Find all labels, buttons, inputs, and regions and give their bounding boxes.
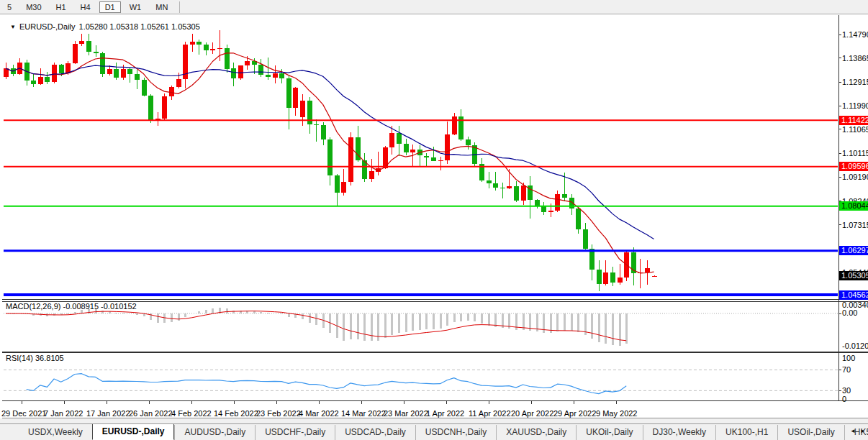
- date-label: 26 Jan 2022: [129, 409, 173, 418]
- chart-symbol-title: ▼ EURUSD-,Daily 1.05280 1.05318 1.05261 …: [10, 22, 200, 31]
- price-badge-1.04562: 1.04562: [839, 290, 868, 300]
- date-label: 7 Jan 2022: [44, 409, 83, 418]
- rsi-axis-label: 0: [842, 395, 846, 403]
- price-axis-label: 1.12915: [842, 78, 868, 86]
- symbol-tab-xauusd[interactable]: XAUUSD-,Daily: [496, 425, 576, 440]
- rsi-indicator-label: RSI(14) 36.8105: [6, 354, 64, 362]
- date-label: 11 Apr 2022: [469, 409, 511, 418]
- macd-signal-value: -0.010152: [101, 302, 137, 311]
- date-label: 29 Apr 2022: [553, 409, 596, 418]
- date-label: 29 Dec 2021: [1, 409, 46, 418]
- symbol-label: EURUSD-,Daily: [19, 22, 76, 31]
- price-axis-label: 1.11065: [842, 125, 868, 134]
- price-badge-1.08044: 1.08044: [839, 201, 868, 211]
- tab-scroll-right-icon[interactable]: ►: [860, 428, 866, 434]
- symbol-tab-ukoil[interactable]: UKOil-,Daily: [576, 425, 642, 440]
- macd-main-value: -0.008915: [63, 302, 99, 311]
- date-label: 14 Mar 2022: [341, 409, 386, 418]
- price-badge-1.05305: 1.05305: [839, 271, 868, 280]
- price-badge-1.06297: 1.06297: [839, 246, 868, 255]
- symbol-tabbar-area: USDX,WeeklyEURUSD-,DailyAUDUSD-,DailyUSD…: [0, 418, 868, 440]
- price-axis-label: 1.13865: [842, 54, 868, 63]
- symbol-tab-usdcnh[interactable]: USDCNH-,Daily: [415, 425, 496, 440]
- price-axis-label: 1.11990: [842, 101, 868, 110]
- symbol-tab-usoil[interactable]: USOil-,Daily: [777, 425, 844, 440]
- price-axis-label: 1.07315: [842, 221, 868, 229]
- date-label: 9 May 2022: [596, 409, 637, 418]
- rsi-axis-label: 70: [842, 365, 851, 374]
- date-label: 23 Mar 2022: [384, 409, 428, 418]
- price-axis-label: 1.10115: [842, 149, 868, 157]
- date-label: 4 Mar 2022: [299, 409, 339, 418]
- ohlc-values: 1.05280 1.05318 1.05261 1.05305: [79, 22, 200, 31]
- macd-axis-label: 0.00: [842, 308, 857, 317]
- tab-scroll-left-icon[interactable]: ◄: [850, 428, 856, 434]
- symbol-tab-uk100[interactable]: UK100-,H1: [715, 425, 777, 440]
- price-axis-label: 1.09190: [842, 173, 868, 181]
- date-label: 14 Feb 2022: [214, 409, 258, 418]
- date-label: 1 Apr 2022: [426, 409, 464, 418]
- symbol-tab-audusd[interactable]: AUDUSD-,Daily: [174, 425, 255, 440]
- price-badge-1.09596: 1.09596: [839, 162, 868, 171]
- date-label: 23 Feb 2022: [256, 409, 301, 418]
- date-label: 17 Jan 2022: [86, 409, 130, 418]
- symbol-tab-usdx[interactable]: USDX,Weekly: [19, 425, 92, 440]
- price-badge-1.11422: 1.11422: [839, 116, 868, 125]
- date-label: 20 Apr 2022: [511, 409, 553, 418]
- symbol-tab-dj30[interactable]: DJ30-,Weekly: [643, 425, 715, 440]
- macd-name: MACD(12,26,9): [6, 302, 60, 311]
- rsi-axis-label: 100: [842, 354, 855, 362]
- macd-indicator-label: MACD(12,26,9) -0.008915 -0.010152: [6, 302, 137, 311]
- symbol-tabbar: USDX,WeeklyEURUSD-,DailyAUDUSD-,DailyUSD…: [0, 423, 868, 440]
- symbol-tab-usdcad[interactable]: USDCAD-,Daily: [335, 425, 415, 440]
- chevron-down-icon: ▼: [10, 24, 16, 30]
- symbol-tab-eurusd[interactable]: EURUSD-,Daily: [92, 423, 175, 440]
- mt4-window: 5M30H1H4D1W1MN ▼ EURUSD-,Daily 1.05280 1…: [0, 0, 868, 440]
- rsi-axis-label: 30: [842, 386, 851, 395]
- date-label: 4 Feb 2022: [171, 409, 212, 418]
- symbol-tab-usdchf[interactable]: USDCHF-,Daily: [255, 425, 335, 440]
- chart-canvas[interactable]: [0, 0, 868, 440]
- rsi-name: RSI(14): [6, 354, 33, 362]
- rsi-value: 36.8105: [35, 354, 64, 362]
- price-axis-label: 1.14790: [842, 30, 868, 39]
- macd-axis-label: -0.012052: [842, 342, 868, 350]
